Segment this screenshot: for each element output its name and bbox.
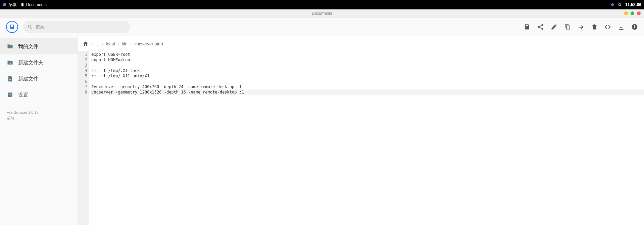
svg-rect-8 xyxy=(566,26,570,29)
system-bar: 菜单 Documents 11:58:06 xyxy=(0,0,644,9)
svg-point-6 xyxy=(538,26,540,28)
svg-point-3 xyxy=(29,25,31,28)
system-app-label: Documents xyxy=(26,2,47,7)
search-icon xyxy=(28,24,33,30)
sidebar-version: File Browser 2.0.12 xyxy=(7,110,71,115)
line-number-gutter: 12345678 xyxy=(78,51,89,225)
svg-point-0 xyxy=(3,3,6,6)
sidebar-item-label: 设置 xyxy=(18,92,28,98)
app-header xyxy=(0,17,644,36)
tray-indicator-icon[interactable] xyxy=(610,3,614,7)
delete-icon[interactable] xyxy=(591,24,598,30)
window-minimize-button[interactable] xyxy=(624,11,628,15)
code-editor[interactable]: 12345678 export USER=rootexport HOME=/ro… xyxy=(78,51,644,225)
breadcrumb: › ... › local › bin › vncserver-start xyxy=(78,36,644,51)
chevron-right-icon: › xyxy=(130,41,132,46)
sidebar-item-settings[interactable]: 设置 xyxy=(0,87,78,103)
svg-line-2 xyxy=(621,5,622,6)
system-clock: 11:58:06 xyxy=(625,2,641,7)
tray-search-icon[interactable] xyxy=(618,3,622,7)
chevron-right-icon: › xyxy=(91,41,93,46)
chevron-right-icon: › xyxy=(117,41,119,46)
search-box[interactable] xyxy=(23,21,130,33)
sidebar-item-label: 新建文件 xyxy=(18,76,38,82)
info-icon[interactable] xyxy=(631,24,638,30)
window-maximize-button[interactable] xyxy=(631,11,634,15)
toolbar xyxy=(524,24,638,30)
search-input[interactable] xyxy=(36,24,126,29)
svg-point-5 xyxy=(542,24,543,26)
document-app-icon xyxy=(20,3,24,7)
system-menu-label: 菜单 xyxy=(8,2,16,8)
settings-icon xyxy=(7,91,13,98)
window-title: Documents xyxy=(312,11,332,16)
breadcrumb-part[interactable]: local xyxy=(106,41,115,46)
breadcrumb-part[interactable]: bin xyxy=(122,41,128,46)
folder-icon xyxy=(7,43,13,50)
sidebar-item-label: 我的文件 xyxy=(18,43,38,50)
chevron-right-icon: › xyxy=(102,41,103,46)
menu-app-icon xyxy=(3,3,7,7)
breadcrumb-ellipsis[interactable]: ... xyxy=(95,41,99,46)
svg-point-7 xyxy=(542,28,543,30)
sidebar-item-label: 新建文件夹 xyxy=(18,60,43,66)
app-logo[interactable] xyxy=(6,21,18,33)
window-titlebar: Documents xyxy=(0,9,644,17)
sidebar: 我的文件 新建文件夹 新建文件 设置 File Browser 2.0.12 帮… xyxy=(0,36,78,225)
system-app-button[interactable]: Documents xyxy=(20,2,47,7)
svg-point-1 xyxy=(618,3,621,6)
sidebar-item-my-files[interactable]: 我的文件 xyxy=(0,38,78,54)
system-menu-button[interactable]: 菜单 xyxy=(3,2,16,8)
edit-icon[interactable] xyxy=(551,24,557,30)
copy-icon[interactable] xyxy=(564,24,571,30)
window-close-button[interactable] xyxy=(637,11,641,15)
forward-icon[interactable] xyxy=(578,24,584,30)
code-icon[interactable] xyxy=(604,24,611,30)
folder-plus-icon xyxy=(7,59,13,66)
download-icon[interactable] xyxy=(618,24,625,30)
breadcrumb-part[interactable]: vncserver-start xyxy=(134,41,163,46)
code-content[interactable]: export USER=rootexport HOME=/rootrm -rf … xyxy=(89,51,644,225)
file-plus-icon xyxy=(7,75,13,82)
share-icon[interactable] xyxy=(537,24,544,30)
home-icon[interactable] xyxy=(83,41,89,47)
main-panel: › ... › local › bin › vncserver-start 12… xyxy=(78,36,644,225)
sidebar-help-link[interactable]: 帮助 xyxy=(7,115,71,121)
svg-rect-10 xyxy=(634,26,635,28)
svg-line-4 xyxy=(31,28,32,29)
save-icon[interactable] xyxy=(524,24,531,30)
sidebar-item-new-folder[interactable]: 新建文件夹 xyxy=(0,54,78,71)
svg-point-11 xyxy=(634,25,635,26)
sidebar-item-new-file[interactable]: 新建文件 xyxy=(0,71,78,87)
save-disk-icon xyxy=(9,24,15,30)
